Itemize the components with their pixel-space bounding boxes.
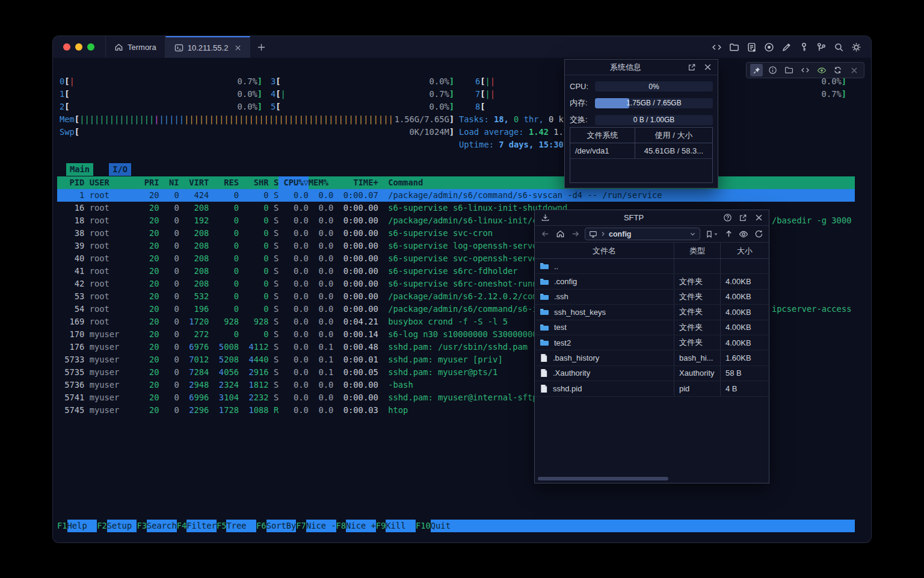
sync-icon[interactable] bbox=[831, 64, 844, 76]
search-icon[interactable] bbox=[833, 42, 844, 52]
fkey-label-F1[interactable]: Help bbox=[67, 520, 97, 532]
new-tab-button[interactable] bbox=[250, 36, 273, 58]
back-icon[interactable] bbox=[540, 229, 550, 240]
fkey-label-F6[interactable]: SortBy bbox=[266, 520, 297, 532]
cpu-progressbar: 0% bbox=[595, 81, 713, 92]
minimize-window-button[interactable] bbox=[75, 43, 82, 51]
open-in-window-icon[interactable] bbox=[738, 213, 748, 223]
scrollbar-thumb[interactable] bbox=[538, 477, 668, 480]
zoom-window-button[interactable] bbox=[87, 43, 94, 51]
fkey-label-F3[interactable]: Search bbox=[147, 520, 177, 532]
key-icon[interactable] bbox=[798, 42, 809, 52]
fkey-F6[interactable]: F6 bbox=[256, 520, 266, 532]
fkey-label-F2[interactable]: Setup bbox=[107, 520, 137, 532]
swap-progressbar: 0 B / 1.00GB bbox=[595, 115, 713, 125]
show-hidden-eye-icon[interactable] bbox=[738, 229, 749, 240]
tab-session[interactable]: 10.211.55.2 bbox=[165, 36, 251, 58]
file-type: 文件夹 bbox=[674, 290, 721, 304]
parent-directory-icon[interactable] bbox=[723, 229, 734, 240]
file-row-test2[interactable]: test2文件夹4.00KB bbox=[535, 335, 769, 350]
home-icon bbox=[114, 43, 123, 52]
help-icon[interactable] bbox=[722, 213, 733, 223]
settings-icon[interactable] bbox=[851, 42, 861, 52]
file-name: .ssh bbox=[554, 292, 568, 301]
file-table-header[interactable]: 文件名 类型 大小 bbox=[535, 243, 769, 259]
file-row-.Xauthority[interactable]: .XauthorityXauthority58 B bbox=[535, 366, 769, 381]
htop-tab-io[interactable]: I/O bbox=[109, 163, 131, 176]
cpu-meter-5: 5[0.0%] bbox=[271, 101, 454, 113]
file-row-ssh_host_keys[interactable]: ssh_host_keys文件夹4.00KB bbox=[535, 305, 769, 320]
tab-termora-home[interactable]: Termora bbox=[105, 36, 165, 58]
folder-icon[interactable] bbox=[728, 42, 739, 52]
file-row-..[interactable]: .. bbox=[535, 259, 769, 274]
fkey-label-F7[interactable]: Nice - bbox=[306, 520, 336, 532]
tab-close-icon[interactable] bbox=[235, 45, 241, 51]
fkey-F3[interactable]: F3 bbox=[137, 520, 147, 532]
sysinfo-mem-row: 内存: 1.75GB / 7.65GB bbox=[565, 98, 718, 108]
htop-tabs: Main I/O bbox=[66, 163, 131, 176]
refresh-icon[interactable] bbox=[753, 229, 764, 240]
fkey-label-F4[interactable]: Filter bbox=[186, 520, 217, 532]
file-size: 4.00KB bbox=[721, 305, 769, 319]
keychain-icon[interactable] bbox=[816, 42, 827, 52]
file-name: .Xauthority bbox=[553, 368, 590, 378]
sysinfo-title: 系统信息 bbox=[570, 62, 682, 73]
fkey-F1[interactable]: F1 bbox=[57, 520, 67, 532]
htop-tab-main[interactable]: Main bbox=[66, 163, 93, 176]
process-row-1[interactable]: 1 root20042400S0.00.00:00.07/package/adm… bbox=[57, 189, 855, 202]
record-icon[interactable] bbox=[763, 42, 774, 52]
fkey-F10[interactable]: F10 bbox=[416, 520, 431, 532]
traffic-lights bbox=[53, 36, 105, 58]
process-table-header[interactable]: PID USERPRINIVIRTRESSHRSCPU%▽MEM%TIME+Co… bbox=[57, 176, 855, 189]
log-file-icon[interactable] bbox=[746, 42, 757, 52]
code-icon[interactable] bbox=[711, 42, 722, 52]
fkey-F8[interactable]: F8 bbox=[336, 520, 346, 532]
close-icon[interactable] bbox=[848, 64, 860, 76]
file-row-.config[interactable]: .config文件夹4.00KB bbox=[535, 274, 769, 289]
eye-gpu-icon[interactable] bbox=[815, 64, 828, 76]
horizontal-scrollbar[interactable] bbox=[535, 476, 769, 481]
filesystem-row[interactable]: /dev/vda1 45.61GB / 58.3... bbox=[570, 143, 712, 159]
function-key-bar: F1HelpF2SetupF3SearchF4FilterF5TreeF6Sor… bbox=[57, 520, 855, 532]
code-icon[interactable] bbox=[799, 64, 812, 76]
filesystem-name: /dev/vda1 bbox=[570, 143, 635, 158]
forward-icon[interactable] bbox=[570, 229, 581, 240]
path-breadcrumb[interactable]: config bbox=[585, 228, 700, 240]
fkey-F2[interactable]: F2 bbox=[97, 520, 107, 532]
close-icon[interactable] bbox=[753, 213, 764, 223]
folder-icon bbox=[540, 307, 549, 317]
download-icon[interactable] bbox=[540, 213, 550, 223]
path-segment[interactable]: config bbox=[609, 230, 632, 238]
close-window-button[interactable] bbox=[63, 43, 70, 51]
home-icon[interactable] bbox=[555, 229, 565, 240]
chevron-down-icon bbox=[689, 231, 696, 237]
cpu-meter-0: 0[|0.7%] bbox=[60, 75, 262, 88]
fkey-label-F8[interactable]: Nice + bbox=[346, 520, 376, 532]
file-row-.ssh[interactable]: .ssh文件夹4.00KB bbox=[535, 290, 769, 305]
edit-icon[interactable] bbox=[781, 42, 792, 52]
mem-bar: ||||||||||||||||||||||||||||||||||||||||… bbox=[79, 113, 395, 126]
overlay-toolbar bbox=[746, 62, 864, 78]
fkey-F7[interactable]: F7 bbox=[296, 520, 306, 532]
file-type: pid bbox=[674, 381, 721, 396]
cpu-meter-3: 3[0.0%] bbox=[271, 75, 454, 88]
close-icon[interactable] bbox=[702, 62, 713, 73]
titlebar: Termora 10.211.55.2 bbox=[53, 36, 871, 58]
fkey-label-F10[interactable]: Quit bbox=[431, 520, 461, 532]
fkey-F5[interactable]: F5 bbox=[217, 520, 227, 532]
file-row-test[interactable]: test文件夹4.00KB bbox=[535, 320, 769, 335]
file-row-.bash_history[interactable]: .bash_historybash_hi...1.60KB bbox=[535, 350, 769, 365]
file-table: 文件名 类型 大小 ...config文件夹4.00KB.ssh文件夹4.00K… bbox=[535, 243, 769, 474]
info-icon[interactable] bbox=[766, 64, 779, 76]
pin-icon[interactable] bbox=[750, 64, 763, 76]
file-row-sshd.pid[interactable]: sshd.pidpid4 B bbox=[535, 381, 769, 396]
fkey-F9[interactable]: F9 bbox=[376, 520, 386, 532]
fkey-label-F5[interactable]: Tree bbox=[226, 520, 256, 532]
fkey-label-F9[interactable]: Kill bbox=[386, 520, 416, 532]
open-in-window-icon[interactable] bbox=[686, 62, 697, 73]
fkey-F4[interactable]: F4 bbox=[177, 520, 187, 532]
folder-icon[interactable] bbox=[783, 64, 795, 76]
bookmark-icon[interactable] bbox=[704, 229, 719, 240]
memory-progressbar: 1.75GB / 7.65GB bbox=[595, 98, 713, 108]
memory-label: 内存: bbox=[570, 98, 595, 108]
